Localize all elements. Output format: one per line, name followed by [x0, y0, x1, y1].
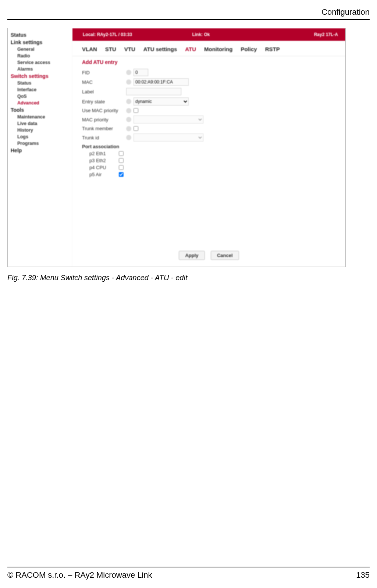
tab-policy[interactable]: Policy [241, 46, 257, 52]
trunk-member-checkbox[interactable] [134, 126, 138, 131]
page-header: Configuration [7, 7, 370, 20]
sidebar-item-link-settings[interactable]: Link settings [11, 39, 69, 45]
tab-stu[interactable]: STU [105, 46, 116, 52]
entry-state-select[interactable]: dynamic [134, 97, 189, 106]
help-icon[interactable] [126, 108, 131, 113]
label-label: Label [82, 89, 126, 95]
sidebar-nav: Status Link settings General Radio Servi… [8, 28, 72, 267]
page-footer: © RACOM s.r.o. – RAy2 Microwave Link 135 [7, 567, 370, 580]
mac-priority-select[interactable] [134, 115, 203, 124]
trunk-id-select[interactable] [134, 133, 203, 142]
status-bar-local: Local: RAy2-17L / 03:33 [72, 32, 192, 37]
sidebar-item-radio[interactable]: Radio [17, 53, 69, 58]
port-p4-checkbox[interactable] [119, 165, 124, 170]
cancel-button[interactable]: Cancel [211, 251, 239, 260]
tab-monitoring[interactable]: Monitoring [204, 46, 232, 52]
footer-copyright: © RACOM s.r.o. – RAy2 Microwave Link [7, 570, 152, 580]
port-p2-checkbox[interactable] [119, 151, 124, 156]
sidebar-item-history[interactable]: History [17, 128, 69, 133]
tab-vtu[interactable]: VTU [124, 46, 135, 52]
help-icon[interactable] [126, 79, 131, 85]
port-p5-label: p5 Air [89, 172, 119, 177]
figure-caption: Fig. 7.39: Menu Switch settings - Advanc… [7, 274, 370, 282]
tab-atu-settings[interactable]: ATU settings [143, 46, 177, 52]
form-buttons: Apply Cancel [72, 251, 345, 260]
sidebar-item-service-access[interactable]: Service access [17, 60, 69, 65]
trunk-id-label: Trunk id [82, 135, 126, 140]
trunk-member-label: Trunk member [82, 126, 126, 131]
main-panel: Local: RAy2-17L / 03:33 Link: Ok Ray2 17… [72, 28, 345, 267]
port-p5-checkbox[interactable] [119, 172, 124, 177]
help-icon[interactable] [126, 126, 131, 131]
mac-label: MAC [82, 79, 126, 85]
sidebar-item-help[interactable]: Help [11, 147, 69, 153]
footer-page-number: 135 [356, 570, 370, 580]
fid-input[interactable] [134, 69, 148, 76]
status-bar-link: Link: Ok [192, 32, 283, 37]
apply-button[interactable]: Apply [179, 251, 204, 260]
sidebar-item-logs[interactable]: Logs [17, 134, 69, 139]
form-title: Add ATU entry [82, 59, 336, 65]
help-icon[interactable] [126, 135, 131, 140]
port-p3-label: p3 Eth2 [89, 158, 119, 163]
sidebar-item-advanced[interactable]: Advanced [17, 100, 69, 106]
sidebar-item-interface[interactable]: Interface [17, 87, 69, 92]
screenshot-container: Status Link settings General Radio Servi… [7, 28, 346, 267]
sidebar-item-status[interactable]: Status [11, 32, 69, 38]
mac-priority-label: MAC priority [82, 117, 126, 122]
use-fpri-label: Use MAC priority [82, 108, 126, 113]
tab-rstp[interactable]: RSTP [265, 46, 280, 52]
help-icon[interactable] [126, 70, 131, 75]
mac-input[interactable] [134, 78, 189, 86]
sidebar-item-live-data[interactable]: Live data [17, 121, 69, 126]
sidebar-item-switch-settings[interactable]: Switch settings [11, 73, 69, 79]
sidebar-item-tools[interactable]: Tools [11, 107, 69, 113]
port-p4-label: p4 CPU [89, 165, 119, 170]
sidebar-item-general[interactable]: General [17, 47, 69, 52]
atu-edit-form: Add ATU entry FID MAC Label [72, 56, 345, 177]
port-p2-label: p2 Eth1 [89, 151, 119, 156]
entry-state-label: Entry state [82, 99, 126, 104]
sidebar-item-alarms[interactable]: Alarms [17, 67, 69, 72]
tab-bar: VLAN STU VTU ATU settings ATU Monitoring… [72, 41, 345, 56]
sidebar-item-qos[interactable]: QoS [17, 94, 69, 99]
help-icon[interactable] [126, 117, 131, 122]
sidebar-item-programs[interactable]: Programs [17, 141, 69, 146]
label-input[interactable] [126, 88, 181, 95]
tab-vlan[interactable]: VLAN [82, 46, 97, 52]
status-bar: Local: RAy2-17L / 03:33 Link: Ok Ray2 17… [72, 28, 345, 41]
port-association-label: Port association [82, 144, 336, 149]
status-bar-right: Ray2 17L-A [283, 32, 345, 37]
sidebar-item-maintenance[interactable]: Maintenance [17, 114, 69, 120]
fid-label: FID [82, 70, 126, 75]
port-p3-checkbox[interactable] [119, 158, 124, 163]
help-icon[interactable] [126, 99, 131, 104]
tab-atu[interactable]: ATU [185, 46, 196, 52]
sidebar-item-switch-status[interactable]: Status [17, 81, 69, 86]
use-fpri-checkbox[interactable] [134, 108, 138, 113]
